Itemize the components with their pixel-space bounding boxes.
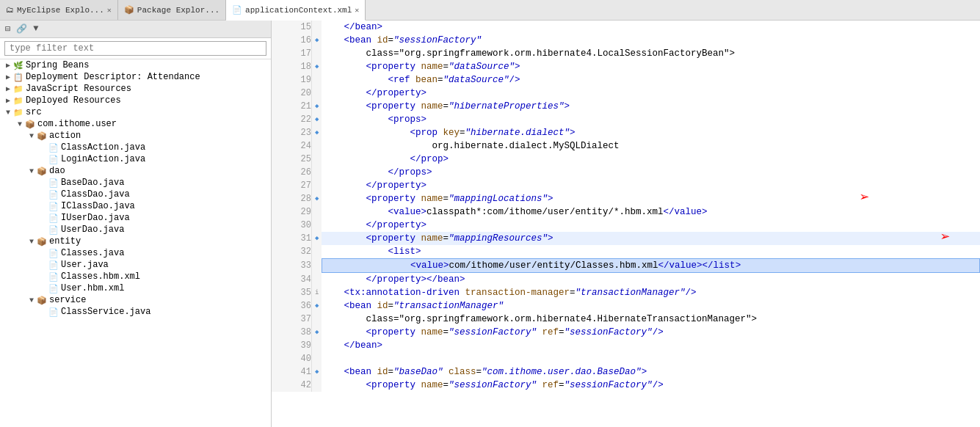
tree-item-deployment[interactable]: ▶ 📋 Deployment Descriptor: Attendance <box>0 71 271 83</box>
tree-item-action[interactable]: ▼ 📦 action <box>0 130 271 142</box>
package-icon: 📦 <box>37 167 47 176</box>
tree-toggle[interactable]: ▶ <box>3 73 13 81</box>
tree-item-service[interactable]: ▼ 📦 service <box>0 294 271 306</box>
line-marker <box>311 166 322 179</box>
tab-bar: 🗂 MyEclipse Explo... ✕ 📦 Package Explor.… <box>0 0 980 21</box>
code-line[interactable]: <tx:annotation-driven transaction-manage… <box>322 286 979 299</box>
code-line[interactable]: <property name="sessionFactory" ref="ses… <box>322 326 979 339</box>
search-input[interactable] <box>4 41 266 56</box>
line-number: 25 <box>272 153 311 166</box>
code-line[interactable]: class="org.springframework.orm.hibernate… <box>322 313 979 326</box>
code-line[interactable]: </props> <box>322 166 979 179</box>
java-icon: 📄 <box>48 260 59 270</box>
code-line[interactable]: <prop key="hibernate.dialect"> <box>322 126 979 139</box>
table-row: 16◆ <bean id="sessionFactory" <box>272 34 980 47</box>
tree-item-dao[interactable]: ▼ 📦 dao <box>0 165 271 177</box>
collapse-all-icon[interactable]: ⊟ <box>3 23 12 35</box>
table-row: 36◆ <bean id="transactionManager" <box>272 299 980 313</box>
tab-package[interactable]: 📦 Package Explor... <box>118 0 226 20</box>
tab-explorer[interactable]: 🗂 MyEclipse Explo... ✕ <box>0 0 118 20</box>
line-marker <box>311 245 322 259</box>
table-row: 18◆ <property name="dataSource"> <box>272 60 980 73</box>
line-number: 27 <box>272 179 311 192</box>
line-number: 22 <box>272 113 311 126</box>
code-line[interactable]: <property name="dataSource"> <box>322 60 979 73</box>
tree-item-IUserDao.java[interactable]: 📄 IUserDao.java <box>0 212 271 224</box>
tree-item-ClassDao.java[interactable]: 📄 ClassDao.java <box>0 189 271 200</box>
tree-toggle[interactable]: ▼ <box>3 109 13 117</box>
code-line[interactable]: </bean> <box>322 339 979 352</box>
line-number: 38 <box>272 326 311 339</box>
tab-xml-close[interactable]: ✕ <box>355 6 359 15</box>
tree-label: ClassDao.java <box>61 189 130 200</box>
code-line[interactable]: </prop> <box>322 153 979 166</box>
line-marker <box>311 219 322 232</box>
table-row: 22◆ <props> <box>272 113 980 126</box>
tree-item-ClassService.java[interactable]: 📄 ClassService.java <box>0 306 271 318</box>
tree-label: ClassService.java <box>61 307 150 317</box>
code-line[interactable]: <value>classpath*:com/ithome/user/entity… <box>322 205 979 219</box>
code-line[interactable]: </property> <box>322 179 979 192</box>
code-line[interactable]: <property name="mappingResources">➢ <box>322 232 979 245</box>
code-line[interactable]: org.hibernate.dialect.MySQLDialect <box>322 139 979 153</box>
line-marker: ◆ <box>311 60 322 73</box>
tree-item-ClassAction.java[interactable]: 📄 ClassAction.java <box>0 142 271 153</box>
tree-toggle[interactable]: ▼ <box>26 132 37 140</box>
tree-item-src[interactable]: ▼ 📁 src <box>0 106 271 118</box>
tree-label: LoginAction.java <box>61 154 145 164</box>
view-menu-icon[interactable]: ▼ <box>31 23 40 35</box>
package-icon: 📦 <box>37 131 47 141</box>
code-line[interactable]: </property></bean> <box>322 273 979 287</box>
code-line[interactable]: <property name="hibernateProperties"> <box>322 100 979 113</box>
tree-toggle[interactable]: ▶ <box>3 84 13 93</box>
tab-xml[interactable]: 📄 applicationContext.xml ✕ <box>226 0 366 21</box>
tree-item-UserDao.java[interactable]: 📄 UserDao.java <box>0 224 271 236</box>
table-row: 41◆ <bean id="baseDao" class="com.ithome… <box>272 365 980 379</box>
red-arrow-icon: ➢ <box>860 192 869 205</box>
code-line[interactable]: </property> <box>322 87 979 100</box>
editor-content[interactable]: 15 </bean>16◆ <bean id="sessionFactory"1… <box>272 21 980 427</box>
deploy-icon: 📋 <box>13 73 23 82</box>
line-marker <box>311 313 322 326</box>
code-line[interactable]: <property name="mappingLocations">➢ <box>322 192 979 205</box>
code-line[interactable]: </bean> <box>322 21 979 34</box>
code-line[interactable]: <bean id="sessionFactory" <box>322 34 979 47</box>
code-line[interactable]: <property name="sessionFactory" ref="ses… <box>322 379 979 392</box>
tree-item-js-resources[interactable]: ▶ 📁 JavaScript Resources <box>0 83 271 95</box>
tree-item-deployed-resources[interactable]: ▶ 📁 Deployed Resources <box>0 95 271 106</box>
package-icon: 📦 <box>25 120 35 129</box>
red-arrow-icon: ➢ <box>940 232 950 245</box>
tab-explorer-close[interactable]: ✕ <box>107 6 112 15</box>
tree-toggle[interactable]: ▼ <box>26 167 37 175</box>
tree-toggle[interactable]: ▶ <box>3 96 13 105</box>
code-line[interactable]: <value>com/ithome/user/entity/Classes.hb… <box>322 259 979 273</box>
tree-item-Classes.java[interactable]: 📄 Classes.java <box>0 247 271 259</box>
table-row: 40 <box>272 352 980 365</box>
tree-item-User.hbm.xml[interactable]: 📄 User.hbm.xml <box>0 282 271 294</box>
tree-toggle[interactable]: ▼ <box>26 238 37 246</box>
tree-toggle[interactable]: ▶ <box>3 61 13 70</box>
tree-item-IClassDao.java[interactable]: 📄 IClassDao.java <box>0 200 271 212</box>
link-editor-icon[interactable]: 🔗 <box>14 23 29 35</box>
tree-item-spring-beans[interactable]: ▶ 🌿 Spring Beans <box>0 59 271 71</box>
code-line[interactable] <box>322 352 979 365</box>
tree-item-BaseDao.java[interactable]: 📄 BaseDao.java <box>0 177 271 189</box>
tree-toggle[interactable]: ▼ <box>26 296 37 304</box>
code-line[interactable]: <bean id="baseDao" class="com.ithome.use… <box>322 365 979 379</box>
tree-item-LoginAction.java[interactable]: 📄 LoginAction.java <box>0 153 271 165</box>
tree-item-Classes.hbm.xml[interactable]: 📄 Classes.hbm.xml <box>0 271 271 282</box>
line-marker: ◆ <box>311 113 322 126</box>
tree-toggle[interactable]: ▼ <box>15 120 25 128</box>
tree-item-entity[interactable]: ▼ 📦 entity <box>0 236 271 247</box>
code-line[interactable]: <list> <box>322 245 979 259</box>
code-line[interactable]: <ref bean="dataSource"/> <box>322 73 979 87</box>
code-line[interactable]: class="org.springframework.orm.hibernate… <box>322 47 979 60</box>
tree-label: action <box>49 131 81 141</box>
tree-label: IClassDao.java <box>61 201 135 211</box>
code-line[interactable]: <props> <box>322 113 979 126</box>
tree-item-com.ithome.user[interactable]: ▼ 📦 com.ithome.user <box>0 118 271 130</box>
line-number: 33 <box>272 259 311 273</box>
code-line[interactable]: </property> <box>322 219 979 232</box>
tree-item-User.java[interactable]: 📄 User.java <box>0 259 271 271</box>
code-line[interactable]: <bean id="transactionManager" <box>322 299 979 313</box>
